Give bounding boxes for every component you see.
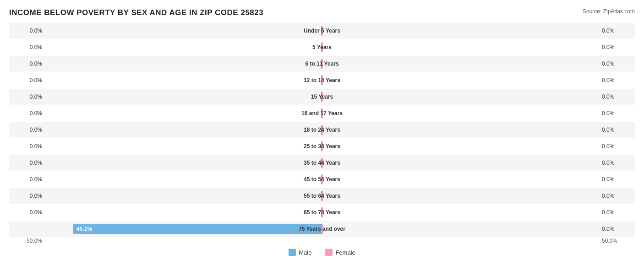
female-bar [322,158,323,168]
legend-male: Male [289,249,311,256]
left-value: 0.0% [9,193,46,199]
axis-right-label: 50.0% [598,238,635,244]
axis-left-label: 50.0% [9,238,46,244]
left-value: - [9,226,46,232]
left-value: 0.0% [9,110,46,117]
right-value: 0.0% [598,193,635,199]
bar-row: 0.0% 5 Years 0.0% [9,39,635,55]
female-bar [322,141,323,151]
right-value: 0.0% [598,209,635,216]
chart-source: Source: ZipAtlas.com [583,8,635,15]
right-value: 0.0% [598,143,635,150]
chart-container: INCOME BELOW POVERTY BY SEX AND AGE IN Z… [0,0,644,256]
right-value: 0.0% [598,61,635,67]
left-value: 0.0% [9,209,46,216]
chart-body: 0.0% Under 5 Years 0.0% 0.0% 5 [9,23,635,237]
left-value: 0.0% [9,77,46,83]
right-value: 0.0% [598,94,635,100]
male-bar: 45.1% [73,224,322,234]
bar-row: 0.0% 18 to 24 Years 0.0% [9,122,635,138]
male-bar-label: 45.1% [76,226,92,232]
left-value: 0.0% [9,143,46,150]
female-swatch [325,249,333,256]
bar-row: 0.0% 35 to 44 Years 0.0% [9,155,635,171]
chart-header: INCOME BELOW POVERTY BY SEX AND AGE IN Z… [9,8,635,17]
female-label: Female [335,249,355,256]
male-swatch [289,249,296,256]
left-value: 0.0% [9,160,46,166]
female-bar [322,207,323,217]
bar-row: 0.0% 65 to 74 Years 0.0% [9,205,635,220]
female-bar [322,108,323,118]
female-bar [322,125,323,135]
bar-row: 0.0% 25 to 34 Years 0.0% [9,139,635,154]
female-bar [322,174,323,184]
right-value: 0.0% [598,226,635,232]
bar-row: 0.0% Under 5 Years 0.0% [9,23,635,39]
right-value: 0.0% [598,44,635,50]
bar-row: - 45.1% 75 Years and over 0.0% [9,221,635,237]
female-bar [322,92,323,102]
legend: Male Female [9,249,635,256]
axis-row: 50.0% 50.0% [9,238,635,244]
left-value: 0.0% [9,176,46,183]
bar-row: 0.0% 16 and 17 Years 0.0% [9,106,635,121]
right-value: 0.0% [598,28,635,34]
female-bar [322,75,323,85]
left-value: 0.0% [9,94,46,100]
left-value: 0.0% [9,44,46,50]
left-value: 0.0% [9,61,46,67]
bar-row: 0.0% 12 to 14 Years 0.0% [9,72,635,88]
female-bar [322,59,323,69]
male-label: Male [299,249,311,256]
female-bar [322,42,323,52]
right-value: 0.0% [598,160,635,166]
bar-row: 0.0% 15 Years 0.0% [9,89,635,105]
bar-row: 0.0% 6 to 11 Years 0.0% [9,56,635,72]
right-value: 0.0% [598,127,635,133]
female-bar [322,224,323,234]
bar-row: 0.0% 45 to 54 Years 0.0% [9,172,635,187]
legend-female: Female [325,249,355,256]
left-value: 0.0% [9,28,46,34]
chart-title: INCOME BELOW POVERTY BY SEX AND AGE IN Z… [9,8,263,17]
female-bar [322,191,323,201]
left-value: 0.0% [9,127,46,133]
right-value: 0.0% [598,176,635,183]
female-bar [322,26,323,36]
right-value: 0.0% [598,110,635,117]
right-value: 0.0% [598,77,635,83]
bar-row: 0.0% 55 to 64 Years 0.0% [9,188,635,204]
